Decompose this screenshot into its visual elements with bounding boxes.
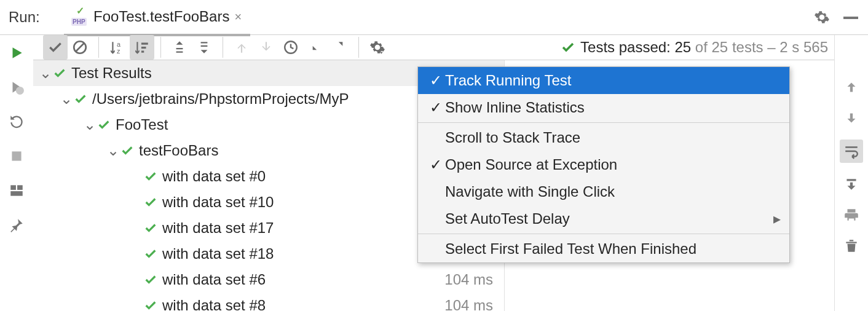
check-icon: ✓ [427,72,445,89]
menu-item[interactable]: ✓Show Inline Statistics [418,94,789,121]
next-failed-icon[interactable] [254,35,278,60]
scroll-up-icon[interactable] [842,78,861,96]
svg-rect-4 [17,185,23,190]
tree-path-label: /Users/jetbrains/PhpstormProjects/MyP [92,90,349,108]
run-config-tab[interactable]: FooTest.testFooBars × [64,0,250,36]
menu-separator [418,122,789,123]
check-icon: ✓ [427,99,445,116]
tests-summary: Tests passed: 25 of 25 tests – 2 s 565 [561,39,831,56]
scroll-to-end-icon[interactable] [842,175,861,194]
test-options-menu[interactable]: ✓Track Running Test✓Show Inline Statisti… [417,66,790,263]
window-header: Run: FooTest.testFooBars × [0,0,868,35]
svg-rect-5 [10,191,23,196]
tree-root-label: Test Results [71,65,152,82]
svg-rect-3 [10,185,16,190]
menu-item[interactable]: Scroll to Stack Trace [418,124,789,151]
tree-dataset-label: with data set #10 [162,194,274,211]
rerun-failed-icon[interactable] [7,78,26,96]
tree-dataset-label: with data set #6 [162,271,266,288]
history-icon[interactable] [278,35,303,60]
pin-icon[interactable] [7,216,26,234]
summary-passed-count: 25 [674,39,691,55]
pass-icon [120,144,134,157]
menu-separator [418,234,789,234]
print-icon[interactable] [842,206,861,224]
chevron-down-icon[interactable]: ⌄ [38,65,53,82]
tree-dataset-row[interactable]: with data set #6104 ms [33,267,504,293]
svg-rect-2 [12,151,21,160]
import-results-icon[interactable] [303,35,328,60]
tree-dataset-label: with data set #0 [162,168,266,185]
menu-item[interactable]: Navigate with Single Click [418,178,789,205]
show-ignored-icon[interactable] [68,35,92,60]
rerun-icon[interactable] [7,44,26,62]
menu-item-label: Open Source at Exception [445,156,781,173]
layout-icon[interactable] [7,181,26,200]
chevron-down-icon[interactable]: ⌄ [82,116,97,133]
expand-all-icon[interactable] [167,35,192,60]
pass-icon [97,118,111,132]
tree-method-label: testFooBars [139,142,218,159]
svg-rect-0 [843,17,858,19]
tree-dataset-time: 104 ms [425,297,504,311]
right-gutter [834,35,868,311]
svg-point-1 [16,87,24,95]
php-file-icon [73,9,89,25]
left-gutter [0,35,33,311]
tree-dataset-row[interactable]: with data set #8104 ms [33,293,504,311]
menu-item[interactable]: Select First Failed Test When Finished [418,235,789,262]
pass-icon [144,247,157,261]
tree-dataset-label: with data set #17 [162,219,274,237]
menu-item-label: Set AutoTest Delay [445,210,773,227]
menu-item-label: Track Running Test [445,72,781,89]
tree-class-label: FooTest [116,116,168,133]
pass-icon [144,273,157,286]
submenu-arrow-icon: ▸ [773,210,781,227]
summary-prefix: Tests passed: [580,39,674,55]
run-label: Run: [0,9,64,26]
pass-icon [53,66,66,80]
menu-item-label: Show Inline Statistics [445,99,781,116]
tree-dataset-label: with data set #8 [162,297,266,311]
pass-icon [144,170,157,183]
summary-time: – 2 s 565 [763,39,828,55]
settings-gear-icon[interactable] [813,8,831,26]
check-icon: ✓ [427,156,445,173]
toggle-auto-test-icon[interactable] [7,112,26,131]
pass-icon [144,299,157,311]
svg-rect-10 [141,42,148,44]
check-icon [561,40,575,55]
show-passed-icon[interactable] [43,35,68,60]
menu-item-label: Select First Failed Test When Finished [445,240,781,258]
svg-line-7 [76,44,84,52]
scroll-down-icon[interactable] [842,109,861,127]
sort-alpha-icon[interactable]: az [105,35,130,60]
prev-failed-icon[interactable] [229,35,254,60]
tree-dataset-time: 104 ms [425,271,504,288]
svg-rect-11 [141,47,146,49]
menu-item[interactable]: ✓Track Running Test [418,67,789,94]
sort-duration-icon[interactable] [130,35,154,60]
menu-item[interactable]: Set AutoTest Delay▸ [418,205,789,232]
menu-item-label: Navigate with Single Click [445,183,781,200]
chevron-down-icon[interactable]: ⌄ [59,90,74,108]
stop-icon[interactable] [7,147,26,165]
test-toolbar: az [33,35,834,60]
pass-icon [144,221,157,235]
soft-wrap-icon[interactable] [840,140,863,163]
menu-item[interactable]: ✓Open Source at Exception [418,151,789,178]
close-tab-icon[interactable]: × [234,10,242,24]
svg-text:z: z [117,47,120,55]
collapse-all-icon[interactable] [192,35,216,60]
chevron-down-icon[interactable]: ⌄ [106,142,120,159]
menu-item-label: Scroll to Stack Trace [445,129,781,146]
pass-icon [144,195,157,209]
pass-icon [74,92,87,106]
export-results-icon[interactable] [328,35,352,60]
hide-panel-icon[interactable] [842,13,859,22]
summary-of: of 25 tests [691,39,763,55]
tab-title: FooTest.testFooBars [93,8,229,25]
trash-icon[interactable] [842,237,861,255]
tree-dataset-label: with data set #18 [162,245,274,262]
test-options-gear-icon[interactable] [365,35,390,60]
